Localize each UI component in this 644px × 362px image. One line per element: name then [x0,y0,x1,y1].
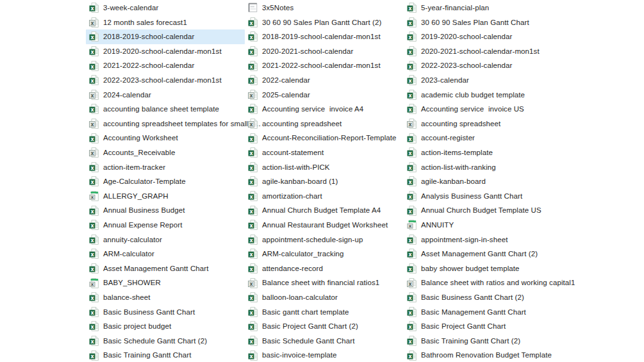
svg-text:x: x [408,63,412,69]
svg-text:x: x [90,63,94,69]
file-item[interactable]: x2022-2023-school-calendar [404,58,563,73]
file-item[interactable]: xattendance-record [245,261,404,276]
file-item[interactable]: xacademic club budget template [404,88,563,103]
file-item[interactable]: x2022-2023-school-calendar-mon1st [86,73,245,88]
file-name: accounting spreadsheet [262,120,342,128]
file-item[interactable]: xAnnual Expense Report [86,218,245,233]
file-item[interactable]: x2022-calendar [245,73,404,88]
file-item[interactable]: x2018-2019-school-calendar-mon1st [245,29,404,44]
file-item[interactable]: x3-week-calendar [86,1,245,15]
file-item[interactable]: xAccounting Worksheet [86,131,245,145]
file-item[interactable]: x30 60 90 Sales Plan Gantt Chart (2) [245,15,404,30]
file-item[interactable]: xBalance sheet with ratios and working c… [404,276,563,290]
file-item[interactable]: xBABY_SHOWER [86,276,245,290]
file-item[interactable]: xARM-calculator [86,247,245,261]
excel-file-icon: x [407,75,417,85]
file-item[interactable]: x2020-2021-school-calendar [245,44,404,59]
file-item[interactable]: xANNUITY [404,218,563,233]
file-item[interactable]: xaccount-register [404,131,563,145]
file-name: accounting balance sheet template [103,105,219,113]
file-name: 3-week-calendar [103,4,159,12]
file-item[interactable]: xAccounting service invoice US [404,102,563,117]
svg-text:x: x [90,107,94,113]
file-item[interactable]: xBasic Project Gantt Chart (2) [245,319,404,334]
file-item[interactable]: xBasic Business Gantt Chart (2) [404,290,563,305]
file-item[interactable]: xAnnual Restaurant Budget Worksheet [245,218,404,233]
excel-file-icon: x [407,104,417,114]
file-item[interactable]: xaccounting balance sheet template [86,102,245,117]
file-item[interactable]: xBasic gantt chart template [245,304,404,319]
file-item[interactable]: xAnnual Business Budget [86,203,245,218]
file-item[interactable]: xaction-list-with-PICK [245,160,404,175]
svg-text:x: x [249,252,253,258]
svg-text:x: x [249,194,253,200]
file-item[interactable]: xBasic Project Gantt Chart [404,319,563,334]
file-item-selected[interactable]: x2018-2019-school-calendar [86,29,245,44]
file-item[interactable]: x2023-calendar [404,73,563,88]
excel-file-icon: x [248,162,258,172]
file-item[interactable]: xAccounting service invoice A4 [245,102,404,117]
file-item[interactable]: xAge-Calculator-Template [86,174,245,189]
file-item[interactable]: x2019-2020-school-calendar [404,29,563,44]
file-item[interactable]: xagile-kanban-board [404,174,563,189]
file-item[interactable]: xbalance-sheet [86,290,245,305]
svg-text:x: x [90,237,94,243]
file-name: basic-invoice-template [262,351,337,359]
file-item[interactable]: xannuity-calculator [86,233,245,247]
file-item[interactable]: xBasic Schedule Gantt Chart [245,334,404,349]
file-item[interactable]: xballoon-loan-calculator [245,290,404,305]
file-item[interactable]: x2019-2020-school-calendar-mon1st [86,44,245,59]
file-item[interactable]: xBasic Business Gantt Chart [86,304,245,319]
file-item[interactable]: xBalance sheet with financial ratios1 [245,276,404,290]
file-item[interactable]: xaccounting spreadsheet [245,117,404,131]
file-item[interactable]: xBasic project budget [86,319,245,334]
file-item[interactable]: xaccount-statement [245,145,404,160]
file-item[interactable]: xamortization-chart [245,189,404,204]
file-item[interactable]: x12 month sales forecast1 [86,15,245,30]
svg-text:x: x [409,224,412,229]
file-item[interactable]: x2021-2022-school-calendar [86,58,245,73]
file-item[interactable]: xAccount-Reconciliation-Report-Template [245,131,404,145]
file-item[interactable]: xBathroom Renovation Budget Template [404,348,563,362]
file-item[interactable]: xaction-item-tracker [86,160,245,175]
file-item[interactable]: x2020-2021-school-calendar-mon1st [404,44,563,59]
file-name: account-register [421,134,475,142]
svg-text:x: x [408,208,412,214]
file-name: Basic Training Gantt Chart (2) [421,337,520,345]
file-item[interactable]: x2025-calendar [245,88,404,103]
file-name: 2025-calendar [262,91,310,99]
file-item[interactable]: xBasic Training Gantt Chart [86,348,245,362]
file-item[interactable]: xappointment-schedule-sign-up [245,233,404,247]
file-item[interactable]: xAnalysis Business Gantt Chart [404,189,563,204]
file-item[interactable]: xagile-kanban-board (1) [245,174,404,189]
file-item[interactable]: xaccounting spreadsheet templates for sm… [86,117,245,131]
file-item[interactable]: xaction-items-template [404,145,563,160]
excel-file-icon: x [248,350,258,361]
file-item[interactable]: xBasic Training Gantt Chart (2) [404,334,563,349]
file-name: Age-Calculator-Template [103,177,186,186]
file-item[interactable]: xAsset Management Gantt Chart (2) [404,247,563,261]
file-item[interactable]: xAnnual Church Budget Template US [404,203,563,218]
excel-file-icon: x [407,191,417,201]
svg-text:x: x [249,339,253,345]
file-item[interactable]: x5-year-financial-plan [404,1,563,15]
file-item[interactable]: xAsset Management Gantt Chart [86,261,245,276]
file-item[interactable]: xaccounting spreadsheet [404,117,563,131]
file-item[interactable]: xbasic-invoice-template [245,348,404,362]
file-item[interactable]: xAnnual Church Budget Template A4 [245,203,404,218]
file-item[interactable]: xBasic Schedule Gantt Chart (2) [86,334,245,349]
file-name: action-list-with-ranking [421,163,496,172]
file-item[interactable]: xALLERGY_GRAPH [86,189,245,204]
file-item[interactable]: xbaby shower budget template [404,261,563,276]
file-item[interactable]: 3x5Notes [245,1,404,15]
file-item[interactable]: x30 60 90 Sales Plan Gantt Chart [404,15,563,30]
file-item[interactable]: xappointment-sign-in-sheet [404,233,563,247]
file-item[interactable]: xBasic Management Gantt Chart [404,304,563,319]
file-item[interactable]: xARM-calculator_tracking [245,247,404,261]
file-item[interactable]: x2021-2022-school-calendar-mon1st [245,58,404,73]
file-item[interactable]: x2024-calendar [86,88,245,103]
file-item[interactable]: xAccounts_Receivable [86,145,245,160]
file-item[interactable]: xaction-list-with-ranking [404,160,563,175]
excel-file-icon: x [248,307,258,317]
svg-text:x: x [249,49,253,55]
